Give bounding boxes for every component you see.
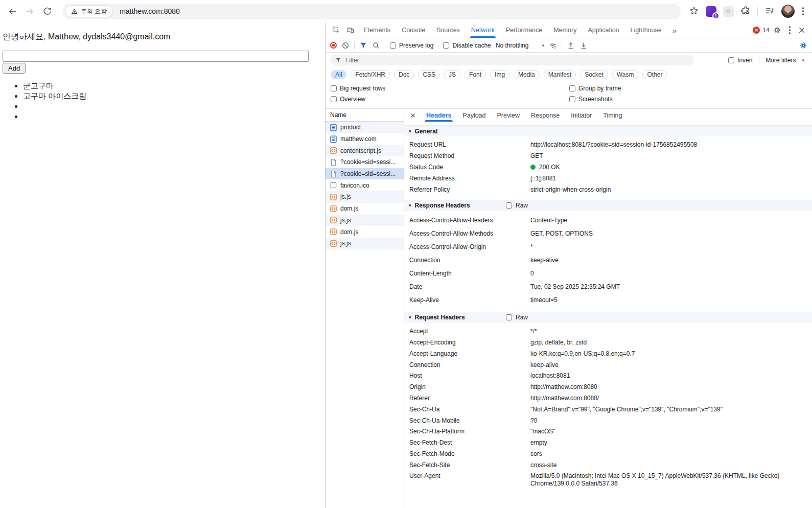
checkbox[interactable] bbox=[331, 96, 337, 102]
filter-chip-wasm[interactable]: Wasm bbox=[612, 70, 639, 79]
devtools-tab-network[interactable]: Network bbox=[466, 22, 500, 38]
device-toolbar-button[interactable] bbox=[344, 24, 357, 37]
filter-chip-other[interactable]: Other bbox=[642, 70, 667, 79]
request-row[interactable]: js.js bbox=[326, 215, 404, 226]
devtools-tab-performance[interactable]: Performance bbox=[500, 22, 548, 38]
search-network-button[interactable] bbox=[372, 41, 380, 50]
filter-chip-doc[interactable]: Doc bbox=[394, 70, 414, 79]
import-har-button[interactable] bbox=[567, 41, 575, 50]
devtools-tab-application[interactable]: Application bbox=[582, 22, 624, 38]
todo-input[interactable] bbox=[3, 51, 309, 62]
devtools-menu-button[interactable] bbox=[788, 25, 792, 35]
filter-chip-font[interactable]: Font bbox=[465, 70, 486, 79]
more-tabs-button[interactable]: » bbox=[668, 26, 681, 35]
request-row[interactable]: contentscript.js bbox=[326, 145, 404, 156]
devtools-close-button[interactable] bbox=[796, 24, 808, 36]
disable-cache-checkbox[interactable]: Disable cache bbox=[443, 42, 491, 49]
detail-tab-initiator[interactable]: Initiator bbox=[565, 109, 597, 122]
media-controls-button[interactable] bbox=[764, 6, 775, 17]
filter-chip-all[interactable]: All bbox=[331, 70, 346, 79]
detail-tab-headers[interactable]: Headers bbox=[421, 109, 457, 122]
detail-tab-timing[interactable]: Timing bbox=[597, 109, 628, 122]
request-row[interactable]: dom.js bbox=[326, 203, 404, 215]
devtools-tab-sources[interactable]: Sources bbox=[431, 22, 466, 38]
back-button[interactable] bbox=[5, 4, 19, 18]
header-name: Referer bbox=[409, 395, 530, 402]
filter-chip-manifest[interactable]: Manifest bbox=[544, 70, 576, 79]
request-row[interactable]: dom.js bbox=[326, 226, 404, 238]
checkbox[interactable] bbox=[443, 42, 449, 49]
export-har-button[interactable] bbox=[579, 41, 588, 50]
request-row[interactable]: product bbox=[326, 122, 404, 133]
detail-tab-preview[interactable]: Preview bbox=[492, 109, 525, 122]
option-screenshots[interactable]: Screenshots bbox=[569, 96, 807, 103]
checkbox[interactable] bbox=[728, 57, 734, 63]
checkbox[interactable] bbox=[390, 42, 396, 49]
request-name: matthew.com bbox=[340, 135, 377, 143]
checkbox[interactable] bbox=[331, 85, 337, 91]
checkbox[interactable] bbox=[506, 314, 512, 320]
clear-network-log-button[interactable] bbox=[341, 41, 350, 50]
extensions-menu-button[interactable] bbox=[740, 6, 751, 17]
headers-sections: ▾GeneralRequest URLhttp://localhost:8081… bbox=[404, 122, 812, 508]
request-row[interactable]: js.js bbox=[326, 238, 404, 249]
section-header[interactable]: ▾Response HeadersRaw bbox=[404, 200, 812, 211]
devtools-tab-elements[interactable]: Elements bbox=[358, 22, 396, 38]
network-conditions-button[interactable] bbox=[549, 41, 557, 50]
checkbox[interactable] bbox=[506, 202, 512, 209]
browser-menu-button[interactable] bbox=[801, 6, 805, 16]
collapse-triangle-icon: ▾ bbox=[409, 315, 411, 320]
add-button[interactable]: Add bbox=[3, 63, 26, 74]
raw-toggle[interactable]: Raw bbox=[506, 202, 528, 209]
devtools-settings-button[interactable] bbox=[771, 24, 784, 37]
devtools-tab-lighthouse[interactable]: Lighthouse bbox=[625, 22, 667, 38]
option-group-by-frame[interactable]: Group by frame bbox=[569, 85, 807, 92]
request-row-selected[interactable]: ?cookie=sid=sessi... bbox=[326, 168, 404, 180]
request-row[interactable]: favicon.ico bbox=[326, 179, 404, 191]
reload-button[interactable] bbox=[40, 4, 54, 18]
filter-chip-socket[interactable]: Socket bbox=[580, 70, 608, 79]
record-network-log-button[interactable] bbox=[330, 42, 337, 49]
invert-checkbox[interactable]: Invert bbox=[728, 57, 753, 64]
request-row[interactable]: matthew.com bbox=[326, 133, 404, 145]
detail-tab-payload[interactable]: Payload bbox=[457, 109, 491, 122]
throttling-select[interactable]: No throttling ▾ bbox=[496, 42, 544, 49]
request-row[interactable]: js.js bbox=[326, 191, 404, 203]
section-header[interactable]: ▾General bbox=[404, 125, 812, 136]
filter-chip-fetch-xhr[interactable]: Fetch/XHR bbox=[351, 70, 390, 79]
filter-chip-js[interactable]: JS bbox=[444, 70, 460, 79]
error-counter[interactable]: ✕ 14 bbox=[753, 27, 769, 34]
header-value: keep-alive bbox=[530, 257, 799, 264]
close-detail-button[interactable] bbox=[406, 109, 420, 122]
request-row[interactable]: ?cookie=sid=sessi... bbox=[326, 156, 404, 168]
section-header[interactable]: ▾Request HeadersRaw bbox=[404, 312, 812, 323]
option-big-request-rows[interactable]: Big request rows bbox=[331, 85, 569, 92]
filter-input[interactable]: Filter bbox=[330, 55, 694, 65]
bookmark-star-button[interactable] bbox=[689, 6, 699, 17]
extension-button-purple[interactable]: 1 bbox=[706, 6, 716, 17]
detail-tab-response[interactable]: Response bbox=[525, 109, 565, 122]
option-overview[interactable]: Overview bbox=[331, 96, 569, 103]
extension-button-disabled[interactable]: ✿ bbox=[723, 6, 734, 17]
name-column-header[interactable]: Name bbox=[326, 109, 404, 122]
checkbox[interactable] bbox=[569, 96, 575, 102]
filter-chip-css[interactable]: CSS bbox=[418, 70, 440, 79]
puzzle-icon bbox=[740, 6, 751, 16]
network-settings-button[interactable] bbox=[799, 41, 807, 50]
devtools-tab-memory[interactable]: Memory bbox=[548, 22, 582, 38]
url-bar[interactable]: 주의 요함 matthew.com:8080 bbox=[62, 4, 681, 19]
inspect-element-button[interactable] bbox=[330, 24, 343, 37]
profile-avatar[interactable] bbox=[781, 5, 795, 18]
filter-chip-img[interactable]: Img bbox=[490, 70, 509, 79]
forward-button[interactable] bbox=[22, 4, 37, 18]
preserve-log-checkbox[interactable]: Preserve log bbox=[390, 42, 433, 49]
header-row: Sec-Ch-Ua-Mobile?0 bbox=[404, 415, 812, 426]
filter-toggle-button[interactable] bbox=[359, 41, 367, 50]
request-name: dom.js bbox=[340, 205, 358, 212]
devtools-tab-console[interactable]: Console bbox=[396, 22, 431, 38]
checkbox[interactable] bbox=[569, 85, 575, 91]
site-security-chip[interactable]: 주의 요함 bbox=[65, 5, 113, 17]
filter-chip-media[interactable]: Media bbox=[514, 70, 540, 79]
raw-toggle[interactable]: Raw bbox=[506, 314, 528, 321]
more-filters-button[interactable]: More filters ▾ bbox=[765, 57, 804, 64]
